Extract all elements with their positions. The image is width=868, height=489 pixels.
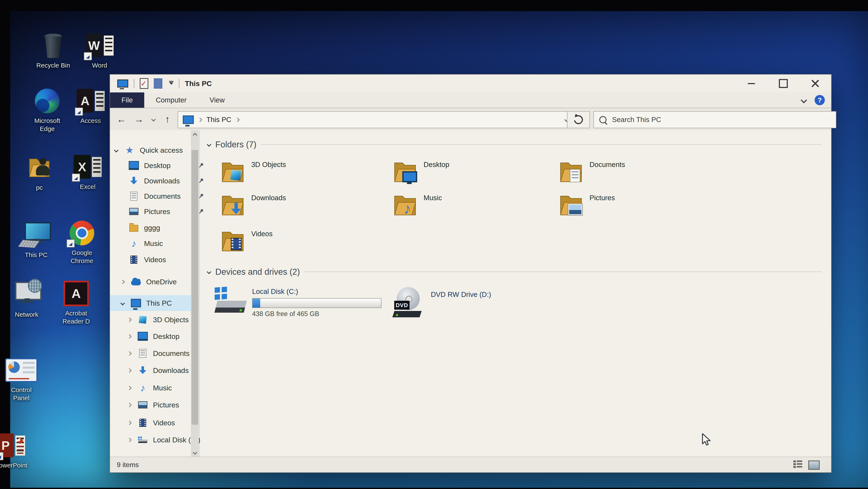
computer-icon [15, 221, 57, 249]
access-icon: A [69, 87, 112, 115]
scroll-up-icon[interactable] [191, 130, 199, 140]
recycle-bin-icon [32, 31, 74, 60]
collapse-section-icon[interactable] [207, 142, 211, 146]
forward-button[interactable]: → [132, 111, 146, 127]
desktop-icon-word[interactable]: W Word [78, 31, 121, 69]
cube-icon [230, 170, 241, 181]
large-icons-view-icon[interactable] [808, 460, 820, 470]
desktop-icon-excel[interactable]: X Excel [66, 153, 109, 191]
help-icon[interactable] [815, 95, 825, 105]
tab-file[interactable]: File [110, 92, 144, 108]
sidebar-scrollbar[interactable] [191, 130, 199, 457]
music-note-icon: ♪ [141, 383, 145, 393]
close-button[interactable] [799, 75, 831, 92]
folder-tile-documents[interactable]: Documents [558, 157, 722, 190]
desktop-icon-acrobat-reader[interactable]: A AcrobatReader D [55, 280, 97, 325]
desktop-icon-google-chrome[interactable]: GoogleChrome [61, 219, 103, 265]
ribbon-tabs: File Computer View [110, 92, 831, 108]
window-title: This PC [185, 80, 212, 88]
breadcrumb-separator-icon[interactable] [235, 117, 240, 122]
close-icon [811, 79, 819, 88]
folder-tile-videos[interactable]: Videos [220, 226, 384, 259]
properties-icon[interactable] [140, 78, 148, 89]
tab-computer[interactable]: Computer [144, 92, 198, 108]
maximize-button[interactable] [767, 75, 799, 92]
sidebar-item-onedrive[interactable]: OneDrive [110, 274, 200, 290]
document-icon [570, 169, 580, 182]
minimize-button[interactable] [736, 75, 767, 92]
shortcut-arrow-icon [67, 239, 75, 248]
title-bar: This PC [110, 75, 831, 92]
drives-section-header[interactable]: Devices and drives (2) [208, 266, 822, 277]
folder-tile-downloads[interactable]: Downloads [220, 191, 384, 223]
desktop-icon-network[interactable]: Network [5, 281, 48, 319]
up-button[interactable]: ↑ [161, 111, 174, 127]
scroll-down-icon[interactable] [191, 448, 199, 457]
chevron-right-icon [127, 368, 131, 373]
picture-icon [138, 401, 148, 408]
drive-tile-local-disk[interactable]: Local Disk (C:) 438 GB free of 465 GB [214, 287, 401, 318]
scrollbar-thumb[interactable] [191, 150, 198, 425]
file-explorer-window: This PC File Computer View ← → ↑ This PC [110, 74, 832, 473]
address-bar-row: ← → ↑ This PC [110, 108, 831, 130]
ribbon-collapse-icon[interactable] [801, 97, 807, 103]
folder-tile-3d-objects[interactable]: 3D Objects [220, 157, 384, 190]
desktop-icon-control-panel[interactable]: ControlPanel [0, 356, 42, 402]
picture-icon [568, 204, 582, 215]
navigation-pane: ★ Quick access Desktop Downloads Documen… [110, 130, 200, 457]
folder-tile-music[interactable]: Music [393, 191, 556, 223]
acrobat-icon: A [55, 280, 97, 308]
qat-dropdown-icon[interactable] [169, 82, 174, 85]
filmstrip-icon [130, 256, 137, 264]
window-content: ★ Quick access Desktop Downloads Documen… [110, 130, 831, 457]
edge-icon [26, 87, 68, 115]
breadcrumb[interactable]: This PC [178, 111, 573, 128]
folder-icon [129, 225, 138, 232]
desktop-icon-microsoft-edge[interactable]: MicrosoftEdge [26, 87, 68, 133]
sidebar-item-quick-access[interactable]: ★ Quick access [110, 142, 193, 158]
monitor-icon [131, 299, 141, 307]
tab-view[interactable]: View [198, 92, 236, 108]
search-input[interactable] [612, 115, 820, 124]
collapse-section-icon[interactable] [207, 269, 211, 274]
refresh-button[interactable] [567, 111, 590, 128]
sidebar-item-this-pc[interactable]: This PC [110, 295, 200, 311]
desktop-icon-this-pc[interactable]: This PC [15, 221, 57, 259]
quick-access-icon: ★ [125, 145, 134, 155]
music-note-icon [404, 200, 411, 217]
folder-tile-pictures[interactable]: Pictures [558, 191, 722, 223]
search-box[interactable] [593, 111, 836, 128]
desktop-icon [137, 332, 148, 341]
folders-section-header[interactable]: Folders (7) [208, 139, 822, 150]
details-view-icon[interactable] [793, 460, 802, 468]
chevron-down-icon [120, 301, 125, 305]
shortcut-arrow-icon [0, 452, 3, 460]
new-folder-icon[interactable] [154, 78, 162, 89]
breadcrumb-this-pc[interactable]: This PC [206, 116, 231, 124]
back-button[interactable]: ← [115, 111, 128, 127]
hard-drive-icon [138, 437, 148, 443]
this-pc-icon [117, 80, 128, 88]
desktop-icon-pc-folder[interactable]: pc [18, 154, 61, 192]
document-icon [139, 349, 146, 358]
mouse-cursor [700, 433, 714, 448]
desktop-icon-powerpoint[interactable]: P PowerPoint [0, 431, 32, 469]
desktop-icon-access[interactable]: A Access [69, 87, 112, 125]
dvd-drive-icon: DVD [393, 287, 425, 317]
user-folder-icon [18, 154, 61, 182]
filmstrip-icon [140, 419, 146, 427]
recent-locations-dropdown[interactable] [149, 111, 158, 127]
shortcut-arrow-icon [75, 108, 83, 116]
disk-free-space: 438 GB free of 465 GB [252, 310, 381, 318]
document-icon [130, 192, 137, 201]
shortcut-arrow-icon [72, 174, 80, 182]
desktop-icon-recycle-bin[interactable]: Recycle Bin [32, 31, 74, 69]
picture-icon [129, 208, 138, 215]
this-pc-icon [183, 115, 194, 124]
chevron-down-icon [114, 148, 118, 152]
folder-tile-desktop[interactable]: Desktop [393, 157, 556, 190]
shortcut-arrow-icon [84, 52, 92, 60]
chevron-right-icon [127, 317, 131, 322]
filmstrip-icon [231, 238, 242, 250]
drive-tile-dvd[interactable]: DVD DVD RW Drive (D:) [393, 287, 555, 317]
